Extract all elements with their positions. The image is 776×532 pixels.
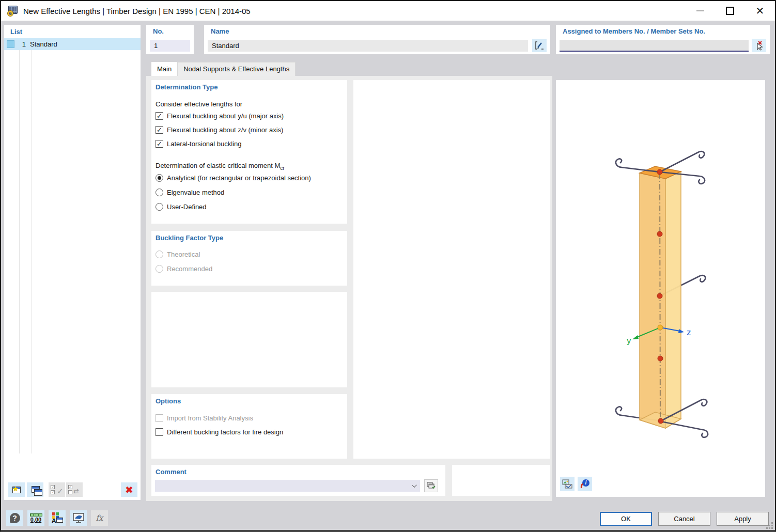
no-field[interactable]: 1 [150, 40, 190, 52]
list-item-color-swatch [7, 40, 14, 48]
radio-recommended-label: Recommended [167, 265, 212, 273]
radio-theoretical: Theoretical [156, 251, 200, 258]
rename-button[interactable] [532, 39, 547, 52]
elastic-moment-text: Determination of elastic critical moment… [156, 162, 280, 169]
ok-button[interactable]: OK [600, 512, 652, 526]
radio-icon [156, 203, 163, 211]
member-3d-view: y z [556, 80, 765, 497]
check-fire-design-label: Different buckling factors for fire desi… [167, 428, 283, 436]
radio-analytical[interactable]: Analytical (for rectangular or trapezoid… [156, 174, 311, 182]
cancel-button[interactable]: Cancel [658, 512, 710, 526]
display-settings-button[interactable] [70, 510, 87, 526]
list-item-number: 1 [14, 40, 26, 48]
chevron-down-icon [412, 482, 417, 488]
radio-eigenvalue[interactable]: Eigenvalue method [156, 189, 224, 196]
name-label: Name [211, 27, 229, 35]
radio-eigenvalue-label: Eigenvalue method [167, 189, 224, 196]
consider-lengths-label: Consider effective lengths for [156, 100, 242, 108]
checkbox-checked-icon [156, 112, 163, 120]
radio-user-defined-label: User-Defined [167, 203, 207, 211]
buckling-factor-header: Buckling Factor Type [156, 234, 223, 242]
buckling-factor-group: Buckling Factor Type Theoretical Recomme… [151, 231, 347, 286]
radio-disabled-icon [156, 265, 163, 273]
monitor-icon [73, 513, 84, 523]
checkbox-disabled-icon [156, 414, 163, 422]
assigned-panel: Assigned to Members No. / Member Sets No… [556, 25, 770, 54]
app-badge: 6 [7, 10, 13, 17]
delete-icon: ✖ [125, 485, 133, 495]
empty-group-panel [151, 292, 347, 387]
name-field[interactable]: Standard [208, 40, 528, 52]
info-icon: i [580, 479, 589, 489]
title-bar: 6 New Effective Lengths | Timber Design … [1, 1, 775, 21]
member-visualization-panel: y z i [556, 80, 765, 497]
comment-combobox[interactable] [155, 480, 420, 492]
copy-item-icon [30, 485, 41, 495]
select-all-button[interactable]: ✓ ✓ ✓ [49, 482, 65, 497]
radio-analytical-label: Analytical (for rectangular or trapezoid… [167, 174, 311, 182]
render-settings-icon [562, 479, 572, 489]
display-properties-button[interactable] [560, 477, 575, 491]
axis-y-label: y [627, 336, 631, 346]
resize-grip[interactable] [766, 522, 773, 529]
units-icon: 0,00 [30, 513, 42, 523]
minimize-icon [696, 10, 704, 11]
list-item[interactable]: 1 Standard [4, 38, 141, 50]
check-lateral-torsional[interactable]: Lateral-torsional buckling [156, 140, 242, 148]
minimize-button[interactable] [685, 1, 715, 21]
check-flexural-zv-label: Flexural buckling about z/v (minor axis) [167, 126, 283, 134]
cascade-pages-icon [427, 482, 436, 490]
select-all-icon: ✓ ✓ ✓ [51, 484, 63, 495]
new-item-button[interactable]: ★ [8, 482, 25, 497]
info-button[interactable]: i [578, 477, 592, 491]
invert-selection-icon: ✓ ⇄ [68, 484, 81, 495]
delete-item-button[interactable]: ✖ [121, 482, 137, 497]
apply-button[interactable]: Apply [717, 512, 769, 526]
name-panel: Name Standard [204, 25, 550, 54]
assigned-members-field[interactable] [560, 40, 749, 52]
close-button[interactable]: ✕ [745, 1, 775, 21]
tab-nodal-supports[interactable]: Nodal Supports & Effective Lengths [177, 62, 296, 76]
radio-icon [156, 189, 163, 196]
app-icon: 6 [7, 5, 19, 17]
help-icon: ? [10, 513, 20, 523]
copy-item-button[interactable] [27, 482, 43, 497]
fx-icon: fx [96, 513, 103, 523]
edit-pencil-icon [535, 41, 544, 50]
preview-panel [353, 80, 550, 459]
maximize-icon [726, 7, 734, 15]
check-import-stability: Import from Stability Analysis [156, 414, 253, 422]
maximize-button[interactable] [715, 1, 745, 21]
help-button[interactable]: ? [6, 510, 23, 526]
formula-button[interactable]: fx [91, 510, 108, 526]
checkbox-unchecked-icon [156, 428, 163, 436]
assigned-label: Assigned to Members No. / Member Sets No… [563, 27, 705, 35]
checkbox-checked-icon [156, 140, 163, 148]
tab-main[interactable]: Main [151, 62, 177, 76]
elastic-moment-label: Determination of elastic critical moment… [156, 162, 285, 171]
radio-theoretical-label: Theoretical [167, 251, 200, 258]
display-colors-button[interactable]: A [49, 510, 66, 526]
select-members-button[interactable] [752, 39, 766, 52]
check-flexural-zv[interactable]: Flexural buckling about z/v (minor axis) [156, 126, 283, 134]
list-header: List [10, 28, 22, 36]
invert-selection-button[interactable]: ✓ ⇄ [66, 482, 83, 497]
list-panel: List 1 Standard ★ ✓ ✓ ✓ ✓ ⇄ [4, 25, 141, 500]
no-panel: No. 1 [146, 25, 194, 54]
no-label: No. [153, 27, 164, 35]
secondary-comment-panel [452, 465, 550, 496]
list-column-separator [19, 38, 20, 453]
radio-user-defined[interactable]: User-Defined [156, 203, 207, 211]
check-import-stability-label: Import from Stability Analysis [167, 414, 253, 422]
determination-type-group: Determination Type Consider effective le… [151, 80, 347, 224]
check-flexural-yu[interactable]: Flexural buckling about y/u (major axis) [156, 112, 284, 120]
radio-selected-icon [156, 174, 163, 182]
units-settings-button[interactable]: 0,00 [27, 510, 44, 526]
new-item-icon: ★ [12, 487, 21, 493]
list-item-name: Standard [30, 40, 57, 48]
check-fire-design[interactable]: Different buckling factors for fire desi… [156, 428, 283, 436]
comment-apply-all-button[interactable] [424, 479, 438, 492]
font-colors-icon: A [52, 512, 63, 524]
check-flexural-yu-label: Flexural buckling about y/u (major axis) [167, 112, 284, 120]
tab-strip: Main Nodal Supports & Effective Lengths [151, 62, 296, 76]
